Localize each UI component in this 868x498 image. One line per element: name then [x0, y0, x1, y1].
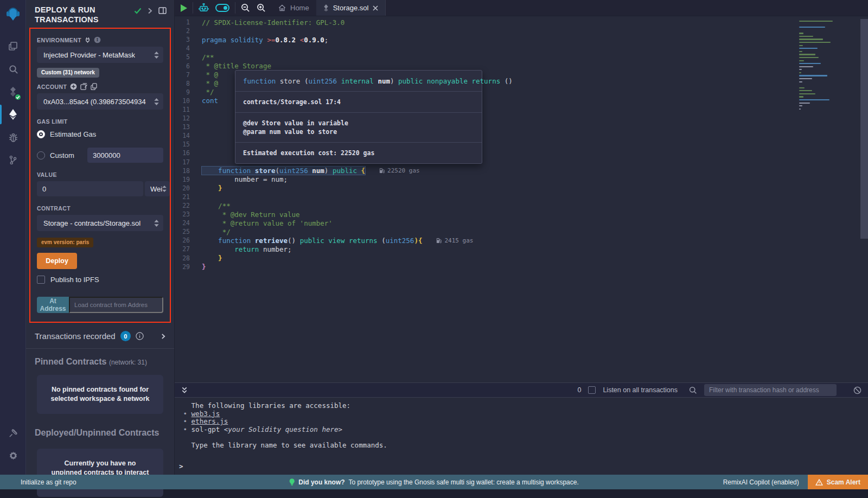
publish-ipfs-row: Publish to IPFS [37, 276, 163, 284]
hover-tooltip: function store (uint256 internal num) pu… [235, 70, 482, 164]
stepper-icon [154, 220, 159, 227]
environment-select[interactable]: Injected Provider - MetaMask [37, 47, 163, 63]
at-address-button[interactable]: At Address [37, 297, 69, 313]
ai-group [193, 0, 235, 16]
zoom-out-icon[interactable] [241, 3, 250, 12]
tab-bar: Home Storage.sol [175, 0, 868, 16]
tab-storage-sol[interactable]: Storage.sol [316, 0, 386, 16]
unpinned-contracts-heading: Deployed/Unpinned Contracts [26, 414, 174, 438]
contract-label: CONTRACT [37, 205, 163, 212]
plugin-manager-icon[interactable] [0, 422, 26, 444]
warning-triangle-icon [815, 479, 823, 486]
solidity-compiler-icon[interactable] [0, 80, 26, 103]
run-script-icon[interactable] [180, 4, 187, 12]
custom-gas-row: Custom [37, 148, 163, 163]
deploy-run-panel: DEPLOY & RUN TRANSACTIONS ENVIRONMENT i … [26, 0, 175, 475]
zoom-in-icon[interactable] [257, 3, 266, 12]
rail-bottom-group [0, 422, 26, 467]
code-line: Type the library name to see available c… [179, 441, 868, 449]
stepper-icon [162, 186, 167, 192]
code-line: 25 */ [175, 227, 868, 236]
code-line: 18 function store(uint256 num) public {2… [175, 167, 868, 175]
solidity-file-icon [323, 4, 329, 11]
stepper-icon [154, 98, 159, 105]
tooltip-signature: function store (uint256 internal num) pu… [235, 71, 482, 92]
copilot-toggle[interactable] [215, 4, 229, 12]
highlight-rectangle: ENVIRONMENT i Injected Provider - MetaMa… [29, 28, 171, 323]
code-line: 24 * @return value of 'number' [175, 219, 868, 227]
code-line: 28 } [175, 254, 868, 263]
stepper-icon [154, 52, 159, 59]
at-address-input[interactable] [69, 297, 163, 313]
git-init-button[interactable]: Initialize as git repo [21, 478, 76, 486]
terminal-toolbar: 0 Listen on all transactions [175, 382, 868, 398]
terminal-filter-input[interactable] [704, 384, 837, 396]
panel-expand-chevron-icon[interactable] [148, 8, 152, 14]
value-label: VALUE [37, 171, 163, 178]
transactions-expand-chevron-icon[interactable] [161, 333, 165, 340]
account-select[interactable]: 0xA03...85ac4 (0.398673504934 [37, 93, 163, 110]
panel-pin-view-icon[interactable] [158, 7, 167, 14]
code-line: 19 number = num; [175, 175, 868, 184]
tooltip-gas-cost: Estimated execution cost: 22520 gas [235, 143, 482, 163]
tooltip-location: contracts/Storage.sol 17:4 [235, 92, 482, 113]
terminal-prompt[interactable]: > [179, 462, 868, 470]
publish-ipfs-label: Publish to IPFS [50, 276, 99, 284]
editor-scrollbar[interactable] [860, 19, 868, 239]
code-line: 3pragma solidity >=0.8.2 <0.9.0; [175, 35, 868, 44]
git-icon[interactable] [0, 149, 26, 171]
sign-message-icon[interactable] [80, 83, 87, 90]
debugger-icon[interactable] [0, 126, 26, 149]
value-input[interactable] [37, 181, 143, 196]
code-line: 6 * @title Storage [175, 61, 868, 70]
lightbulb-icon [289, 478, 295, 486]
code-editor[interactable]: 1// SPDX-License-Identifier: GPL-3.02 3p… [175, 16, 868, 382]
collapse-terminal-icon[interactable] [181, 387, 188, 394]
deploy-button[interactable]: Deploy [37, 253, 77, 269]
terminal[interactable]: The following libraries are accessible: … [175, 398, 868, 475]
main-area: Home Storage.sol 1// SPDX-License-Identi… [175, 0, 868, 475]
code-line: The following libraries are accessible: [179, 401, 868, 410]
settings-gear-icon[interactable] [0, 444, 26, 467]
did-you-know-tip: Did you know? To prototype using the Gno… [289, 478, 579, 486]
code-line [179, 433, 868, 442]
contract-select[interactable]: Storage - contracts/Storage.sol [37, 215, 163, 231]
tab-home[interactable]: Home [271, 0, 316, 16]
copy-address-icon[interactable] [91, 83, 97, 90]
publish-ipfs-checkbox[interactable] [37, 276, 45, 284]
custom-gas-input[interactable] [87, 148, 163, 163]
icon-rail [0, 0, 26, 475]
remixai-robot-icon[interactable] [199, 3, 209, 13]
deploy-run-icon[interactable] [0, 103, 26, 126]
clear-console-icon[interactable] [853, 386, 861, 394]
listen-all-transactions-checkbox[interactable] [588, 386, 596, 394]
compile-success-badge [14, 93, 22, 101]
remix-logo[interactable] [0, 0, 26, 28]
environment-info-icon[interactable]: i [94, 36, 101, 43]
close-tab-icon[interactable] [373, 5, 378, 11]
at-address-row: At Address [37, 297, 163, 313]
gas-estimate-badge: 2415 gas [436, 237, 473, 244]
zoom-group [235, 0, 271, 16]
file-explorer-icon[interactable] [0, 35, 26, 58]
minimap[interactable] [799, 21, 843, 111]
code-line: function store (uint256 internal num) pu… [243, 76, 474, 85]
plug-icon[interactable] [85, 37, 91, 43]
search-icon[interactable] [0, 58, 26, 80]
transactions-count-badge: 0 [120, 331, 131, 341]
gas-estimate-badge: 22520 gas [379, 167, 420, 174]
copilot-status: RemixAI Copilot (enabled) [723, 478, 799, 486]
estimated-gas-radio[interactable] [37, 130, 45, 138]
remix-ide-window: DEPLOY & RUN TRANSACTIONS ENVIRONMENT i … [0, 0, 868, 498]
value-unit-select[interactable]: Wei [145, 181, 170, 196]
transactions-info-icon[interactable] [136, 332, 144, 340]
add-account-icon[interactable] [70, 83, 77, 90]
code-line: 22 /** [175, 201, 868, 210]
custom-gas-radio[interactable] [37, 151, 45, 159]
scam-alert-button[interactable]: Scam Alert [808, 475, 868, 489]
value-row: Wei [37, 181, 163, 196]
tooltip-param-line: @param num value to store [243, 127, 474, 136]
home-icon [278, 4, 286, 11]
unpinned-contracts-empty-card: Currently you have no unpinned contracts… [37, 449, 163, 497]
code-line: • ethers.js [179, 417, 868, 425]
